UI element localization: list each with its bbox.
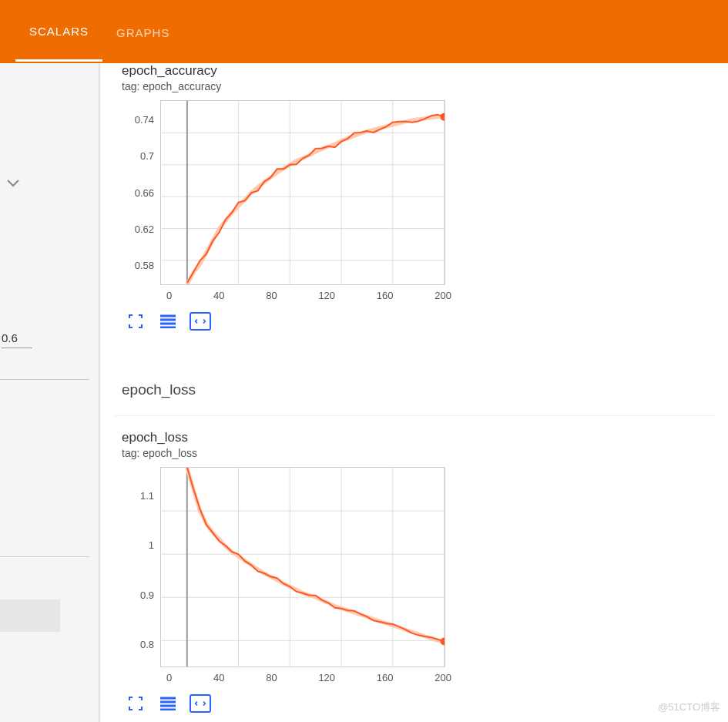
y-axis-labels: 1.110.90.8	[122, 467, 160, 667]
chart-tag: tag: epoch_loss	[122, 447, 706, 467]
chart-plot-accuracy[interactable]	[160, 100, 445, 285]
chart-tag: tag: epoch_accuracy	[122, 80, 706, 100]
x-axis-labels: 04080120160200	[122, 667, 451, 683]
svg-point-12	[441, 113, 446, 121]
chart-plot-loss[interactable]	[160, 467, 445, 667]
list-icon[interactable]	[157, 312, 179, 331]
sidebar: 0.6	[0, 63, 100, 722]
divider	[0, 379, 89, 380]
divider	[0, 556, 89, 557]
x-tick: 160	[377, 672, 394, 683]
x-axis-labels: 04080120160200	[122, 285, 451, 301]
y-tick: 0.62	[122, 223, 154, 235]
x-tick: 200	[434, 672, 451, 683]
y-tick: 0.9	[122, 589, 154, 601]
chevron-down-icon[interactable]	[6, 177, 20, 191]
x-tick: 160	[377, 290, 394, 301]
x-tick: 80	[266, 672, 277, 683]
x-tick: 80	[266, 290, 277, 301]
main-content: epoch_accuracy tag: epoch_accuracy 0.740…	[100, 63, 728, 722]
x-tick: 40	[213, 672, 224, 683]
x-tick: 120	[318, 290, 335, 301]
expand-icon[interactable]	[125, 694, 146, 713]
list-icon[interactable]	[157, 694, 179, 713]
tab-scalars[interactable]: SCALARS	[15, 2, 102, 62]
y-axis-labels: 0.740.70.660.620.58	[122, 100, 160, 285]
chart-title: epoch_loss	[122, 430, 706, 447]
y-tick: 1.1	[122, 490, 154, 502]
app-header: SCALARS GRAPHS	[0, 0, 728, 63]
watermark: @51CTO博客	[658, 700, 720, 714]
fit-screen-icon[interactable]	[190, 312, 211, 331]
chart-title: epoch_accuracy	[122, 63, 706, 80]
section-title-loss[interactable]: epoch_loss	[114, 360, 714, 416]
x-tick: 120	[318, 672, 335, 683]
y-tick: 0.74	[122, 114, 154, 126]
y-tick: 0.8	[122, 639, 154, 650]
y-tick: 0.66	[122, 187, 154, 199]
sidebar-box	[0, 599, 60, 632]
chart-toolbar	[122, 683, 706, 716]
smoothing-input[interactable]: 0.6	[2, 331, 32, 348]
x-tick: 40	[213, 290, 224, 301]
chart-toolbar	[122, 301, 706, 334]
expand-icon[interactable]	[125, 312, 146, 331]
x-tick: 200	[434, 290, 451, 301]
svg-point-24	[441, 638, 445, 646]
fit-screen-icon[interactable]	[190, 694, 211, 713]
y-tick: 1	[122, 539, 154, 551]
x-tick: 0	[166, 290, 172, 301]
tab-graphs[interactable]: GRAPHS	[102, 3, 183, 61]
chart-card-accuracy: epoch_accuracy tag: epoch_accuracy 0.740…	[114, 63, 714, 343]
x-tick: 0	[166, 672, 172, 683]
chart-card-loss: epoch_loss tag: epoch_loss 1.110.90.8 04…	[114, 430, 714, 722]
y-tick: 0.7	[122, 150, 154, 162]
y-tick: 0.58	[122, 260, 154, 271]
